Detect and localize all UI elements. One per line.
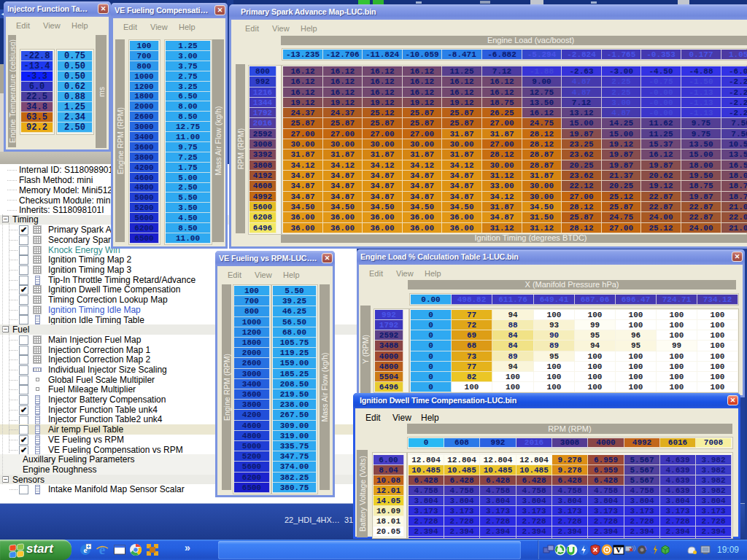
svg-text:e: e (99, 543, 105, 556)
